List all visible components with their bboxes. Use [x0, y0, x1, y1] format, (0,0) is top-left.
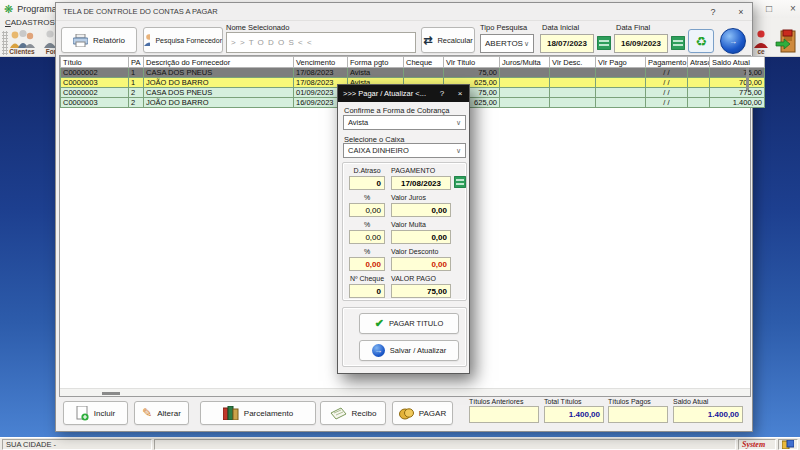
multa-field[interactable]: 0,00: [391, 230, 451, 244]
toolbar-right-button[interactable]: ce: [752, 29, 770, 55]
atraso-field[interactable]: 0: [349, 176, 385, 190]
person-icon: [144, 34, 150, 46]
column-header-vencimento[interactable]: Vencimento: [294, 57, 348, 68]
cheque-field[interactable]: 0: [349, 284, 385, 298]
menu-cadastros[interactable]: CADASTROS: [5, 18, 55, 27]
child-close-button[interactable]: ×: [728, 3, 754, 21]
titulos-anteriores-label: Títulos Anteriores: [469, 398, 523, 405]
cheque-label: Nº Cheque: [349, 275, 385, 282]
column-header-pa[interactable]: PA: [129, 57, 144, 68]
dialog-help-button[interactable]: ?: [434, 85, 450, 102]
grid-horizontal-scrollbar[interactable]: [60, 388, 750, 396]
column-header-vlr_desc[interactable]: Vlr Desc.: [550, 57, 596, 68]
pesquisa-fornecedor-label: Pesquisa Fornecedor: [155, 37, 222, 44]
juros-field[interactable]: 0,00: [391, 203, 451, 217]
cell-vlr_titulo: 75,00: [444, 68, 500, 78]
arrow-right-icon: →: [372, 344, 385, 357]
arrow-right-icon: →: [729, 37, 737, 46]
nome-selecionado-value: > > T O D O S < <: [231, 38, 313, 47]
alterar-button[interactable]: ✎ Alterar: [134, 401, 189, 425]
cell-pa: 1: [129, 68, 144, 78]
statusbar-app-icon: [778, 439, 798, 450]
juros-label: Valor Juros: [391, 194, 426, 201]
main-close-button[interactable]: ×: [782, 2, 800, 16]
juros-pct-field[interactable]: 0,00: [349, 203, 385, 217]
pesquisa-fornecedor-button[interactable]: Pesquisa Fornecedor: [143, 27, 223, 53]
parcelamento-button[interactable]: Parcelamento: [200, 401, 316, 425]
calendar-icon[interactable]: [454, 176, 466, 188]
cell-vlr_desc: [550, 68, 596, 78]
go-button[interactable]: →: [720, 28, 746, 54]
maximize-button[interactable]: □: [758, 2, 780, 16]
cell-pa: 2: [129, 98, 144, 108]
column-header-pagamento[interactable]: Pagamento: [646, 57, 688, 68]
child-help-button[interactable]: ?: [700, 3, 726, 21]
red-figure-icon: [752, 29, 770, 48]
check-icon: ✔: [375, 317, 384, 330]
column-header-juros_multa[interactable]: Juros/Multa: [500, 57, 550, 68]
caixa-select[interactable]: CAIXA DINHEIRO ∨: [343, 143, 466, 158]
grid-vertical-scrollbar[interactable]: [746, 68, 749, 108]
child-titlebar[interactable]: TELA DE CONTROLE DO CONTAS A PAGAR ? ×: [56, 3, 752, 21]
column-header-descricao[interactable]: Descrição do Fornecedor: [144, 57, 294, 68]
tipo-pesquisa-label: Tipo Pesquisa: [480, 23, 527, 32]
clientes-label: Clientes: [9, 48, 34, 55]
dialog-titlebar[interactable]: >>> Pagar / Atualizar <... ? ×: [338, 85, 469, 102]
data-inicial-input[interactable]: 18/07/2023: [540, 34, 594, 53]
recalcular-button[interactable]: ⇄ Recalcular: [421, 27, 475, 53]
data-final-label: Data Final: [616, 23, 650, 32]
pagar-titulo-button[interactable]: ✔ PAGAR TITULO: [359, 313, 459, 334]
pagamento-label: PAGAMENTO: [391, 167, 435, 174]
toolbar-exit-button[interactable]: [775, 29, 797, 53]
cell-juros_multa: [500, 68, 550, 78]
caixa-value: CAIXA DINHEIRO: [348, 146, 409, 155]
recibo-button[interactable]: Recibo: [320, 401, 386, 425]
relatorio-button[interactable]: Relatório: [61, 27, 137, 53]
nome-selecionado-input[interactable]: > > T O D O S < <: [226, 32, 416, 53]
coins-icon: [399, 407, 414, 420]
parcelamento-label: Parcelamento: [244, 409, 293, 418]
multa-pct-field[interactable]: 0,00: [349, 230, 385, 244]
column-header-vlr_titulo[interactable]: Vlr Titulo: [444, 57, 500, 68]
total-titulos-field: 1.400,00: [544, 406, 604, 423]
toolbar-grip[interactable]: [2, 31, 8, 55]
column-header-cheque[interactable]: Cheque: [404, 57, 444, 68]
cell-descricao: CASA DOS PNEUS: [144, 68, 294, 78]
cobranca-value: Avista: [348, 118, 368, 127]
column-header-vlr_pago[interactable]: Vlr Pago: [596, 57, 646, 68]
pagar-label: PAGAR: [419, 409, 446, 418]
toolbar-clientes-button[interactable]: Clientes: [9, 29, 35, 55]
desconto-pct-field[interactable]: 0,00: [349, 257, 385, 271]
calendar-icon[interactable]: [671, 36, 685, 50]
tipo-pesquisa-select[interactable]: ABERTOS ∨: [480, 34, 534, 53]
valor-pago-field[interactable]: 75,00: [391, 284, 451, 298]
salvar-atualizar-button[interactable]: → Salvar / Atualizar: [359, 340, 459, 361]
refresh-button[interactable]: ♻: [688, 29, 714, 53]
table-row[interactable]: C00000021CASA DOS PNEUS17/08/2023Avista7…: [61, 68, 765, 78]
column-header-titulo[interactable]: Título: [61, 57, 129, 68]
column-header-saldo_atual[interactable]: Saldo Atual: [710, 57, 765, 68]
statusbar-location: SUA CIDADE -: [2, 439, 152, 450]
incluir-button[interactable]: Incluir: [63, 401, 128, 425]
incluir-label: Incluir: [94, 409, 115, 418]
cell-vencimento: 17/08/2023: [294, 68, 348, 78]
cell-vlr_desc: [550, 78, 596, 88]
titulos-anteriores-field: [469, 406, 539, 423]
column-header-forma[interactable]: Forma pgto: [348, 57, 404, 68]
juros-pct-label: %: [349, 194, 385, 201]
column-header-atraso[interactable]: Atraso: [688, 57, 710, 68]
statusbar-spacer: [154, 439, 736, 450]
cell-saldo_atual: 775,00: [710, 88, 765, 98]
cell-titulo: C0000003: [61, 98, 129, 108]
pagar-button[interactable]: PAGAR: [392, 401, 453, 425]
dialog-close-button[interactable]: ×: [452, 85, 468, 102]
data-final-input[interactable]: 16/09/2023: [614, 34, 668, 53]
desconto-field[interactable]: 0,00: [391, 257, 451, 271]
books-icon: [223, 406, 239, 420]
chevron-down-icon: ∨: [524, 40, 529, 48]
cell-pa: 2: [129, 88, 144, 98]
pagamento-field[interactable]: 17/08/2023: [391, 176, 451, 190]
cobranca-select[interactable]: Avista ∨: [343, 115, 466, 130]
clients-people-icon: [9, 29, 35, 48]
calendar-icon[interactable]: [597, 36, 611, 50]
